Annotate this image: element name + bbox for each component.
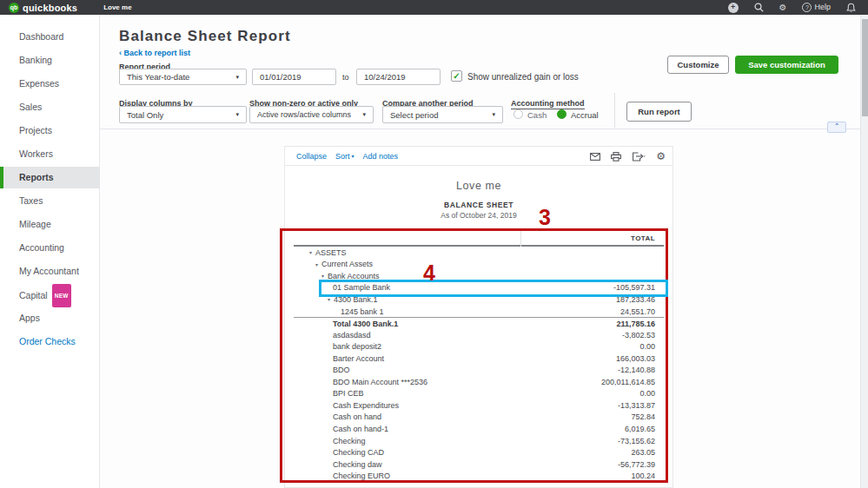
printer-icon <box>611 152 621 162</box>
table-row[interactable]: ▾Bank Accounts <box>294 270 664 282</box>
back-to-report-list-link[interactable]: ‹ Back to report list <box>119 49 190 57</box>
email-button[interactable] <box>590 153 600 161</box>
expand-caret-icon[interactable]: ▾ <box>321 273 324 279</box>
account-name: Total 4300 Bank.1 <box>333 320 398 328</box>
collapse-link[interactable]: Collapse <box>296 152 327 161</box>
date-to-input[interactable]: 10/24/2019 <box>356 69 441 85</box>
help-button[interactable]: ? Help <box>802 3 831 12</box>
compare-period-select[interactable]: Select period ▾ <box>382 106 503 123</box>
chevron-down-icon: ▾ <box>362 111 366 118</box>
account-total: -56,772.39 <box>618 460 664 469</box>
table-row[interactable]: ▾Current Assets <box>294 259 664 271</box>
account-total: -13,313.87 <box>618 401 664 410</box>
sidebar-item-dashboard[interactable]: Dashboard <box>0 26 100 48</box>
export-button[interactable] <box>632 152 646 162</box>
cash-radio[interactable] <box>514 109 523 119</box>
sidebar-item-expenses[interactable]: Expenses <box>0 73 100 95</box>
table-row[interactable]: BPI CEB0.00 <box>294 388 664 400</box>
page-scrollbar[interactable] <box>860 15 868 488</box>
sidebar-item-capital[interactable]: CapitalNEW <box>0 284 100 306</box>
to-label: to <box>342 73 349 82</box>
add-notes-link[interactable]: Add notes <box>363 152 399 161</box>
sidebar-item-accounting[interactable]: Accounting <box>0 237 100 259</box>
quickbooks-logo-icon: qb <box>9 3 19 13</box>
show-unrealized-label: Show unrealized gain or loss <box>467 72 579 82</box>
accrual-radio[interactable] <box>557 109 567 119</box>
sidebar: DashboardBankingExpensesSalesProjectsWor… <box>0 15 100 488</box>
table-row[interactable]: asdasdasd-3,802.53 <box>294 329 664 341</box>
table-row[interactable]: ▾4300 Bank.1187,233.46 <box>294 293 664 306</box>
sidebar-item-banking[interactable]: Banking <box>0 49 100 71</box>
notifications-button[interactable] <box>846 3 856 13</box>
back-chevron-icon: ‹ <box>119 49 122 57</box>
divider <box>614 93 615 128</box>
account-name: 01 Sample Bank <box>333 283 390 292</box>
scrollbar-thumb[interactable] <box>862 19 868 116</box>
table-row[interactable]: 1245 bank 124,551.70 <box>294 306 664 318</box>
sidebar-item-my-accountant[interactable]: My Accountant <box>0 260 100 282</box>
expand-caret-icon[interactable]: ▾ <box>315 261 318 267</box>
report-settings-button[interactable]: ⚙ <box>656 151 666 162</box>
sidebar-item-workers[interactable]: Workers <box>0 143 100 165</box>
table-row[interactable]: Total 4300 Bank.1211,785.16 <box>294 317 664 329</box>
envelope-icon <box>590 153 600 161</box>
display-columns-select[interactable]: Total Only ▾ <box>119 106 247 123</box>
table-row[interactable]: Checking CAD263.05 <box>294 446 664 458</box>
account-name: BDO Main Account ***2536 <box>333 378 427 386</box>
account-name: BDO <box>333 366 350 374</box>
table-header: TOTAL <box>294 231 664 247</box>
account-total: -73,155.62 <box>618 437 664 445</box>
account-total: 200,011,614.85 <box>601 378 664 386</box>
table-row[interactable]: Cash Expenditures-13,313.87 <box>294 399 664 412</box>
save-customization-button[interactable]: Save customization <box>735 56 838 74</box>
table-row[interactable]: bank deposit20.00 <box>294 340 664 353</box>
sidebar-item-reports[interactable]: Reports <box>0 167 100 188</box>
table-row[interactable]: 01 Sample Bank-105,597.31 <box>294 282 664 294</box>
brand-name: quickbooks <box>23 3 77 13</box>
expand-caret-icon[interactable]: ▾ <box>309 249 312 255</box>
table-row[interactable]: ▾ASSETS <box>294 247 664 259</box>
table-row[interactable]: BDO Main Account ***2536200,011,614.85 <box>294 376 664 388</box>
settings-button[interactable]: ⚙ <box>779 3 787 12</box>
create-new-button[interactable]: + <box>728 3 739 13</box>
account-name: asdasdasd <box>333 331 371 340</box>
account-name: ASSETS <box>315 248 347 257</box>
account-total: 0.00 <box>639 389 664 398</box>
sidebar-item-order-checks[interactable]: Order Checks <box>0 331 100 353</box>
sidebar-item-taxes[interactable]: Taxes <box>0 190 100 212</box>
table-row[interactable]: Checking EURO100.24 <box>294 470 664 482</box>
customize-button[interactable]: Customize <box>667 56 729 74</box>
quickbooks-logo[interactable]: qb quickbooks <box>9 3 77 13</box>
show-unrealized-checkbox[interactable]: ✓ <box>451 70 462 82</box>
report-title: BALANCE SHEET <box>285 201 673 209</box>
sidebar-item-apps[interactable]: Apps <box>0 307 100 329</box>
table-row[interactable]: Checking daw-56,772.39 <box>294 458 664 471</box>
account-name: 1245 bank 1 <box>341 307 384 316</box>
account-total: 187,233.46 <box>616 295 664 304</box>
table-row[interactable]: Cash on hand752.84 <box>294 412 664 424</box>
account-name: 4300 Bank.1 <box>334 295 378 304</box>
collapse-filters-button[interactable]: ⌃ <box>827 122 846 133</box>
sidebar-item-mileage[interactable]: Mileage <box>0 214 100 235</box>
account-total: -12,140.88 <box>618 366 664 374</box>
table-row[interactable]: Barter Account166,003.03 <box>294 353 664 365</box>
sidebar-item-sales[interactable]: Sales <box>0 96 100 118</box>
account-name: Bank Accounts <box>328 272 380 280</box>
account-name: Checking CAD <box>333 448 384 457</box>
table-row[interactable]: Checking-73,155.62 <box>294 435 664 447</box>
table-row[interactable]: Cash on hand-16,019.65 <box>294 423 664 435</box>
search-button[interactable] <box>754 3 764 12</box>
print-button[interactable] <box>611 152 621 162</box>
column-divider <box>520 231 521 247</box>
help-icon: ? <box>802 3 812 12</box>
report-period-select[interactable]: This Year-to-date ▾ <box>119 69 247 85</box>
account-name: Current Assets <box>321 260 373 268</box>
sidebar-item-projects[interactable]: Projects <box>0 120 100 142</box>
date-from-input[interactable]: 01/01/2019 <box>252 69 336 85</box>
run-report-button[interactable]: Run report <box>626 102 692 122</box>
chevron-up-icon: ⌃ <box>834 122 840 130</box>
nonzero-select[interactable]: Active rows/active columns ▾ <box>249 106 374 123</box>
table-row[interactable]: BDO-12,140.88 <box>294 364 664 376</box>
sort-dropdown[interactable]: Sort ▾ <box>335 152 354 161</box>
expand-caret-icon[interactable]: ▾ <box>328 296 330 302</box>
